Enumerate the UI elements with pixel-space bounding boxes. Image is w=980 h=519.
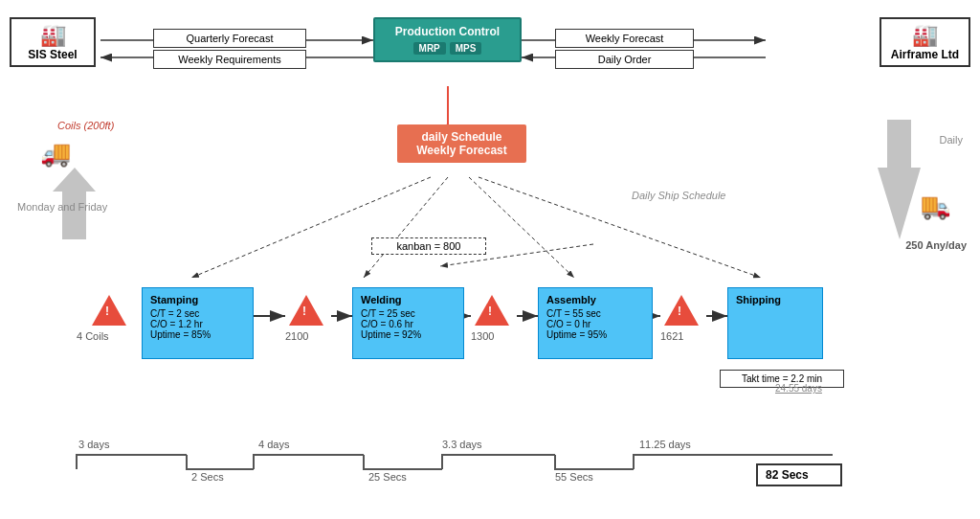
total-days-label: 24.55 days — [775, 383, 822, 394]
daily-ship-schedule: Daily Ship Schedule — [632, 190, 725, 201]
delivery-freq-left: Monday and Friday — [17, 201, 107, 213]
mps-badge: MPS — [450, 42, 482, 55]
delivery-freq-right: Daily — [940, 134, 963, 146]
inv-exclaim-coils: ! — [105, 305, 109, 318]
customer-demand: 250 Any/day — [905, 239, 967, 251]
total-secs-box: 82 Secs — [756, 463, 842, 486]
stamping-ct: C/T = 2 sec — [150, 308, 245, 319]
daily-order-label: Daily Order — [598, 54, 652, 65]
inventory-coils-triangle — [92, 295, 126, 326]
inventory-stamp-weld-triangle — [289, 295, 323, 326]
truck-left-icon: 🚚 — [40, 139, 71, 169]
production-control-box: Production Control MRP MPS — [373, 17, 522, 62]
stamping-co: C/O = 1.2 hr — [150, 319, 245, 329]
total-secs-label: 82 Secs — [766, 468, 809, 482]
stamping-uptime: Uptime = 85% — [150, 329, 245, 340]
daily-order-box: Daily Order — [555, 50, 694, 69]
daily-schedule-line1: daily Schedule — [411, 130, 513, 144]
inv-exclaim-sw: ! — [302, 305, 306, 318]
weekly-forecast-label: Weekly Forecast — [586, 33, 664, 44]
kanban-box: kanban = 800 — [371, 237, 486, 255]
inv-asm-ship: 1621 — [660, 330, 683, 342]
stamping-process: Stamping C/T = 2 sec C/O = 1.2 hr Uptime… — [142, 287, 254, 359]
customer-box: 🏭 Airframe Ltd — [880, 17, 970, 67]
welding-ct: C/T = 25 sec — [361, 308, 456, 319]
stamping-title: Stamping — [150, 294, 245, 305]
timeline-sec-1: 2 Secs — [191, 471, 224, 483]
timeline-sec-3: 55 Secs — [555, 471, 593, 483]
shipping-title: Shipping — [736, 294, 814, 305]
production-control-title: Production Control — [395, 25, 500, 38]
timeline-sec-2: 25 Secs — [368, 471, 407, 483]
daily-schedule-box: daily Schedule Weekly Forecast — [397, 124, 526, 163]
svg-marker-18 — [878, 120, 921, 239]
timeline-day-1: 3 days — [78, 439, 109, 450]
coils-label: Coils (200ft) — [57, 120, 114, 131]
shipping-process: Shipping — [727, 287, 823, 359]
timeline-day-3: 3.3 days — [442, 439, 482, 450]
customer-icon: 🏭 — [889, 23, 961, 48]
inv-exclaim-as: ! — [678, 305, 681, 318]
truck-right-icon: 🚚 — [921, 192, 951, 221]
svg-line-9 — [469, 177, 574, 278]
supplier-box: 🏭 SIS Steel — [10, 17, 96, 67]
mrp-badge: MRP — [413, 42, 446, 55]
weekly-requirements-box: Weekly Requirements — [153, 50, 306, 69]
quarterly-forecast-box: Quarterly Forecast — [153, 29, 306, 48]
assembly-title: Assembly — [546, 294, 644, 305]
inv-exclaim-wa: ! — [488, 305, 492, 318]
supplier-icon: 🏭 — [19, 23, 86, 48]
inventory-weld-asm-triangle — [475, 295, 509, 326]
supplier-name: SIS Steel — [28, 48, 77, 61]
quarterly-forecast-label: Quarterly Forecast — [186, 33, 273, 44]
assembly-uptime: Uptime = 95% — [546, 329, 644, 340]
assembly-process: Assembly C/T = 55 sec C/O = 0 hr Uptime … — [538, 287, 653, 359]
welding-process: Welding C/T = 25 sec C/O = 0.6 hr Uptime… — [352, 287, 464, 359]
inventory-asm-ship-triangle — [664, 295, 699, 326]
welding-co: C/O = 0.6 hr — [361, 319, 456, 329]
welding-title: Welding — [361, 294, 456, 305]
assembly-ct: C/T = 55 sec — [546, 308, 644, 319]
svg-line-7 — [191, 177, 431, 278]
daily-schedule-line2: Weekly Forecast — [411, 144, 513, 157]
inv-stamp-weld: 2100 — [285, 330, 308, 342]
assembly-co: C/O = 0 hr — [546, 319, 644, 329]
timeline-day-4: 11.25 days — [639, 439, 691, 450]
timeline-day-2: 4 days — [258, 439, 289, 450]
welding-uptime: Uptime = 92% — [361, 329, 456, 340]
coils-count: 4 Coils — [77, 330, 109, 342]
kanban-label: kanban = 800 — [397, 240, 461, 252]
weekly-forecast-box: Weekly Forecast — [555, 29, 694, 48]
weekly-requirements-label: Weekly Requirements — [178, 54, 280, 65]
svg-line-8 — [364, 177, 448, 278]
inv-weld-asm: 1300 — [471, 330, 494, 342]
customer-name: Airframe Ltd — [891, 48, 959, 61]
